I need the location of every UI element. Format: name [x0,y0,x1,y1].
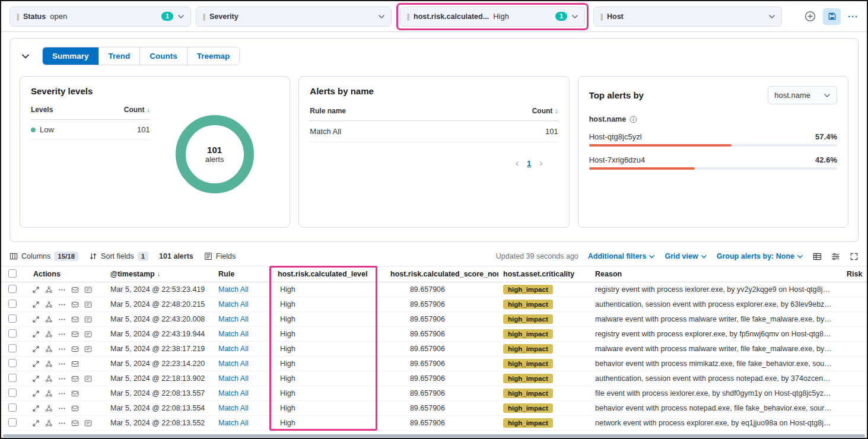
horizontal-scrollbar[interactable] [3,434,865,437]
chevron-down-icon[interactable] [571,13,578,20]
filter-pill-severity[interactable]: ∥ Severity [196,7,392,27]
row-checkbox[interactable] [8,374,17,382]
investigate-timeline-icon[interactable] [84,286,92,294]
investigate-timeline-icon[interactable] [84,330,92,338]
expand-alert-icon[interactable] [32,419,40,427]
analyze-event-icon[interactable] [45,286,53,294]
session-view-icon[interactable] [71,390,79,397]
collapse-panel-icon[interactable] [20,50,31,62]
session-view-icon[interactable] [71,360,79,368]
session-view-icon[interactable] [71,301,79,308]
tab-counts[interactable]: Counts [139,47,187,65]
session-view-icon[interactable] [71,405,79,412]
prev-page-icon[interactable]: ‹ [516,158,519,168]
rule-link[interactable]: Match All [214,374,273,383]
more-actions-icon[interactable] [58,390,66,397]
rule-link[interactable]: Match All [214,419,273,427]
group-alerts-dropdown[interactable]: Group alerts by: None [717,252,803,260]
additional-filters-dropdown[interactable]: Additional filters [588,252,656,260]
add-control-icon[interactable] [805,11,816,22]
header-criticality[interactable]: host.asset.criticality [498,270,590,278]
tab-trend[interactable]: Trend [98,47,140,65]
session-view-icon[interactable] [71,419,79,427]
chevron-down-icon[interactable] [378,13,385,20]
rule-link[interactable]: Match All [214,404,273,412]
expand-alert-icon[interactable] [32,345,40,353]
header-risk[interactable]: Risk [842,270,867,278]
analyze-event-icon[interactable] [45,330,53,338]
analyze-event-icon[interactable] [45,390,53,397]
rule-link[interactable]: Match All [214,389,273,397]
expand-alert-icon[interactable] [32,360,40,368]
save-controls-button[interactable] [823,8,841,25]
chevron-down-icon[interactable] [177,13,185,20]
session-view-icon[interactable] [71,345,79,353]
expand-alert-icon[interactable] [32,286,40,294]
expand-alert-icon[interactable] [32,316,40,323]
fullscreen-icon[interactable] [850,252,859,261]
header-reason[interactable]: Reason [590,270,842,278]
row-checkbox[interactable] [8,300,17,308]
filter-pill-host[interactable]: ∥ Host [593,7,782,27]
analyze-event-icon[interactable] [45,375,53,383]
session-view-icon[interactable] [71,330,79,338]
more-actions-icon[interactable] [58,375,66,383]
row-checkbox[interactable] [8,314,17,323]
expand-alert-icon[interactable] [32,301,40,308]
select-all-checkbox[interactable] [8,269,17,278]
grid-view-dropdown[interactable]: Grid view [664,252,707,260]
row-settings-icon[interactable] [831,252,840,261]
analyze-event-icon[interactable] [45,316,53,323]
row-checkbox[interactable] [8,285,17,293]
analyze-event-icon[interactable] [45,301,53,308]
grid-density-icon[interactable] [813,252,822,261]
analyze-event-icon[interactable] [45,419,53,427]
more-actions-icon[interactable] [58,301,66,308]
investigate-timeline-icon[interactable] [84,419,92,427]
session-view-icon[interactable] [71,375,79,383]
header-rule[interactable]: Rule [214,270,273,278]
investigate-timeline-icon[interactable] [84,301,92,308]
row-checkbox[interactable] [8,329,17,338]
header-timestamp[interactable]: @timestamp ↓ [106,270,214,278]
filter-pill-host-risk-level[interactable]: ∥ host.risk.calculated... High 1 [400,7,585,27]
more-actions-icon[interactable] [58,286,66,294]
session-view-icon[interactable] [71,286,79,294]
more-actions-icon[interactable] [58,419,66,427]
filter-pill-status[interactable]: ∥ Status open 1 [9,7,191,27]
rule-link[interactable]: Match All [214,360,273,368]
more-actions-icon[interactable] [58,405,66,412]
columns-button[interactable]: Columns 15/18 [9,252,78,261]
session-view-icon[interactable] [71,316,79,323]
severity-count-header[interactable]: Count ↓ [124,106,150,114]
tab-summary[interactable]: Summary [43,47,98,65]
info-icon[interactable] [629,116,637,123]
chevron-down-icon[interactable] [768,13,775,20]
rule-link[interactable]: Match All [214,330,273,338]
next-page-icon[interactable]: › [539,158,542,168]
analyze-event-icon[interactable] [45,360,53,368]
rule-link[interactable]: Match All [214,300,273,308]
more-actions-icon[interactable] [58,360,66,368]
row-checkbox[interactable] [8,418,17,427]
header-risk-score[interactable]: host.risk.calculated_score_norm [386,270,498,278]
tab-treemap[interactable]: Treemap [187,47,240,65]
rule-link[interactable]: Match All [214,285,273,294]
more-actions-icon[interactable] [58,345,66,353]
expand-alert-icon[interactable] [32,405,40,412]
sort-fields-button[interactable]: Sort fields 1 [89,252,148,261]
more-controls-icon[interactable]: ··· [848,11,859,21]
expand-alert-icon[interactable] [32,390,40,397]
fields-button[interactable]: Fields [204,252,236,260]
row-checkbox[interactable] [8,344,17,352]
count-header[interactable]: Count ↓ [532,107,558,115]
rule-link[interactable]: Match All [214,345,273,353]
page-number[interactable]: 1 [527,159,531,168]
row-checkbox[interactable] [8,389,17,397]
more-actions-icon[interactable] [58,316,66,323]
analyze-event-icon[interactable] [45,345,53,353]
expand-alert-icon[interactable] [32,330,40,338]
analyze-event-icon[interactable] [45,405,53,412]
expand-alert-icon[interactable] [32,375,40,383]
rule-link[interactable]: Match All [214,315,273,323]
